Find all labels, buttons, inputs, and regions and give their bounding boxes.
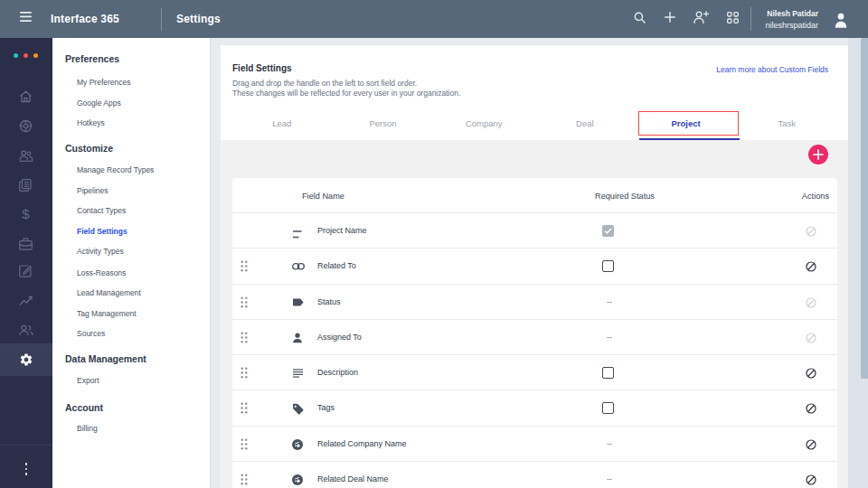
svg-text:$: $ — [22, 206, 30, 221]
